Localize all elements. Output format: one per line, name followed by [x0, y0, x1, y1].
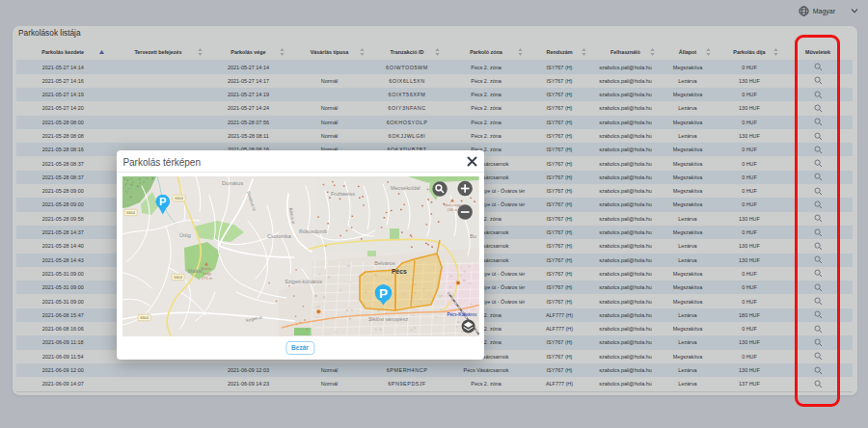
- svg-text:P: P: [379, 285, 388, 300]
- svg-text:Bu: Bu: [470, 232, 476, 238]
- svg-text:6604: 6604: [127, 210, 137, 215]
- svg-text:Belváros: Belváros: [375, 259, 396, 265]
- svg-text:Mecsekoldal: Mecsekoldal: [391, 184, 420, 190]
- svg-text:6604: 6604: [176, 196, 185, 201]
- svg-text:Pécs: Pécs: [392, 268, 407, 275]
- svg-text:246 m: 246 m: [448, 206, 459, 211]
- svg-text:Fruhweiss: Fruhweiss: [331, 190, 355, 196]
- svg-text:Rókusdomb: Rókusdomb: [299, 227, 327, 233]
- svg-text:Pécs-Külváros: Pécs-Külváros: [448, 311, 478, 316]
- svg-text:Ürög: Ürög: [179, 231, 191, 237]
- svg-text:271 m: 271 m: [202, 275, 213, 280]
- svg-text:Csoronika: Csoronika: [267, 232, 292, 238]
- svg-text:6604: 6604: [141, 315, 150, 320]
- svg-text:P: P: [159, 195, 167, 206]
- svg-text:Siklósi városrész: Siklósi városrész: [368, 316, 408, 322]
- svg-text:Donátus: Donátus: [222, 180, 243, 186]
- svg-text:6604: 6604: [175, 275, 184, 280]
- svg-text:Szigeti-külváros: Szigeti-külváros: [285, 278, 323, 283]
